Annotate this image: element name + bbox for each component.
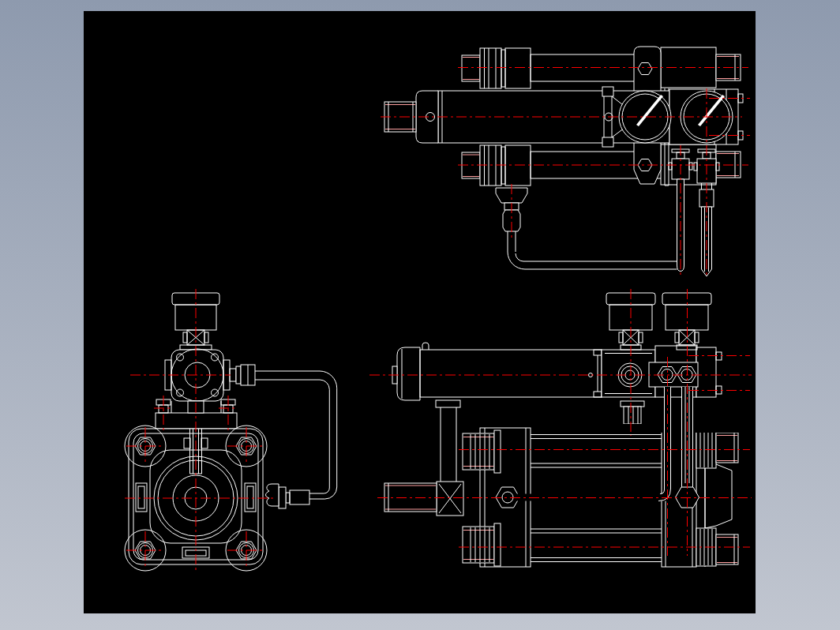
valve-block — [602, 350, 655, 397]
mount-bolt — [621, 401, 644, 424]
cad-viewport-frame — [0, 0, 840, 630]
pressure-gauge-1 — [619, 91, 671, 143]
drawing-canvas[interactable] — [0, 0, 840, 630]
